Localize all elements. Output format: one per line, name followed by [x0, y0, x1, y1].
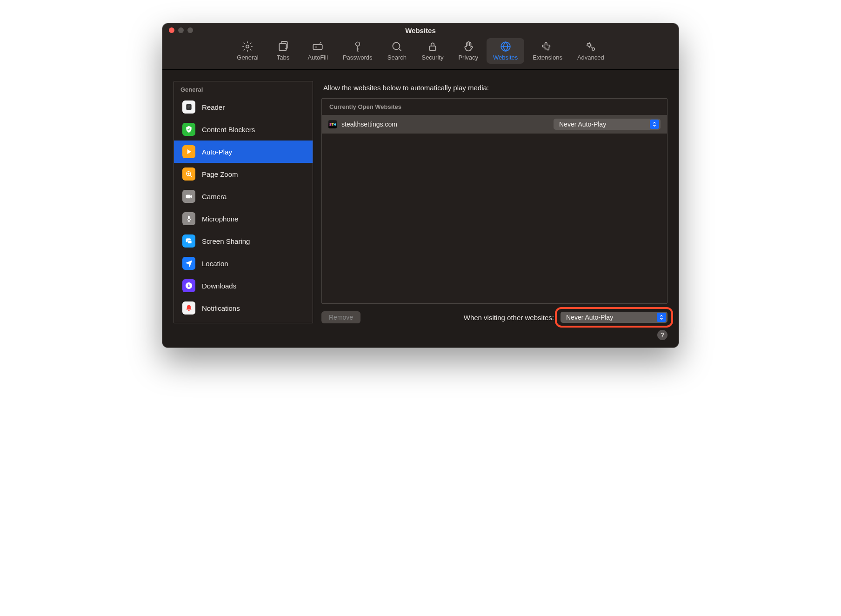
svg-rect-5: [429, 46, 435, 51]
svg-point-8: [592, 48, 594, 50]
autofill-icon: [312, 41, 324, 52]
location-icon: [182, 257, 195, 270]
svg-rect-11: [187, 107, 190, 107]
sidebar-item-label: Page Zoom: [202, 170, 238, 178]
sidebar-item-auto-play[interactable]: Auto-Play: [174, 141, 313, 163]
website-row[interactable]: STH stealthsettings.com Never Auto-Play: [322, 115, 667, 134]
search-icon: [391, 41, 403, 52]
remove-button[interactable]: Remove: [321, 311, 360, 323]
toolbar-tab-extensions[interactable]: Extensions: [526, 38, 569, 64]
gear-icon: [241, 41, 254, 52]
svg-rect-14: [186, 195, 190, 198]
sidebar-item-label: Reader: [202, 103, 225, 111]
sidebar-item-reader[interactable]: Reader: [174, 96, 313, 118]
reader-icon: [182, 100, 195, 114]
hand-icon: [462, 41, 474, 52]
minimize-window-button[interactable]: [178, 27, 184, 33]
content-area: General Reader Content Blockers Auto-Pla…: [162, 70, 679, 330]
zoom-window-button[interactable]: [187, 27, 193, 33]
screen-sharing-icon: [182, 234, 195, 248]
toolbar-tab-advanced[interactable]: Advanced: [571, 38, 611, 64]
close-window-button[interactable]: [169, 27, 174, 33]
sidebar-item-label: Camera: [202, 193, 227, 201]
toolbar-tab-autofill[interactable]: AutoFill: [301, 38, 334, 64]
svg-rect-1: [279, 44, 286, 51]
lock-icon: [427, 41, 439, 52]
site-favicon: STH: [328, 120, 337, 128]
preferences-window: Websites General Tabs AutoFill Passwords…: [162, 23, 679, 348]
shield-check-icon: [182, 123, 195, 136]
svg-point-4: [393, 42, 400, 49]
select-arrows-icon: [657, 313, 666, 322]
panel-footer: Remove When visiting other websites: Nev…: [321, 304, 667, 323]
camera-icon: [182, 190, 195, 203]
sidebar-item-location[interactable]: Location: [174, 252, 313, 275]
svg-point-0: [246, 45, 249, 48]
row-autoplay-select[interactable]: Never Auto-Play: [554, 119, 661, 130]
help-row: ?: [162, 330, 679, 348]
sidebar-item-camera[interactable]: Camera: [174, 185, 313, 208]
svg-rect-2: [313, 45, 322, 50]
sidebar-section-header: General: [174, 81, 313, 96]
zoom-icon: [182, 167, 195, 181]
toolbar-tab-security[interactable]: Security: [415, 38, 450, 64]
websites-list: Currently Open Websites STH stealthsetti…: [321, 98, 667, 304]
sidebar-item-label: Downloads: [202, 282, 236, 290]
toolbar-tab-general[interactable]: General: [230, 38, 265, 64]
svg-point-3: [355, 42, 360, 46]
sidebar-item-label: Microphone: [202, 215, 238, 223]
sidebar-item-screen-sharing[interactable]: Screen Sharing: [174, 230, 313, 252]
sidebar-item-microphone[interactable]: Microphone: [174, 208, 313, 230]
main-panel: Allow the websites below to automaticall…: [321, 81, 667, 323]
sidebar-item-label: Auto-Play: [202, 148, 232, 156]
gears-icon: [585, 41, 597, 52]
sidebar-item-label: Content Blockers: [202, 126, 255, 134]
download-icon: [182, 279, 195, 292]
preferences-toolbar: General Tabs AutoFill Passwords Search S…: [162, 37, 679, 70]
sidebar-item-notifications[interactable]: Notifications: [174, 297, 313, 319]
titlebar: Websites: [162, 23, 679, 37]
default-autoplay-select[interactable]: Never Auto-Play: [561, 312, 667, 323]
settings-sidebar: General Reader Content Blockers Auto-Pla…: [174, 81, 313, 323]
sidebar-item-label: Location: [202, 260, 228, 268]
sidebar-item-page-zoom[interactable]: Page Zoom: [174, 163, 313, 185]
default-setting-label: When visiting other websites:: [464, 314, 554, 321]
sidebar-item-label: Notifications: [202, 304, 240, 312]
help-button[interactable]: ?: [657, 330, 667, 340]
toolbar-tab-tabs[interactable]: Tabs: [267, 38, 300, 64]
sidebar-item-content-blockers[interactable]: Content Blockers: [174, 118, 313, 141]
toolbar-tab-search[interactable]: Search: [380, 38, 413, 64]
list-section-header: Currently Open Websites: [322, 99, 667, 115]
tabs-icon: [277, 41, 289, 52]
website-domain: stealthsettings.com: [341, 121, 549, 128]
sidebar-item-downloads[interactable]: Downloads: [174, 275, 313, 297]
svg-rect-17: [188, 241, 192, 244]
toolbar-tab-websites[interactable]: Websites: [487, 38, 524, 64]
annotation-highlight: Never Auto-Play: [555, 307, 673, 328]
toolbar-tab-passwords[interactable]: Passwords: [336, 38, 379, 64]
window-title: Websites: [197, 27, 644, 34]
window-controls: [169, 27, 193, 33]
svg-rect-12: [187, 108, 189, 108]
key-icon: [352, 41, 364, 52]
play-icon: [182, 145, 195, 158]
select-arrows-icon: [650, 120, 659, 129]
microphone-icon: [182, 212, 195, 225]
svg-point-7: [587, 44, 591, 47]
puzzle-icon: [541, 41, 554, 52]
svg-rect-10: [187, 106, 190, 106]
sidebar-item-label: Screen Sharing: [202, 237, 250, 245]
bell-icon: [182, 301, 195, 315]
panel-title: Allow the websites below to automaticall…: [323, 84, 667, 92]
svg-rect-15: [188, 216, 190, 219]
toolbar-tab-privacy[interactable]: Privacy: [452, 38, 485, 64]
globe-icon: [500, 41, 512, 52]
